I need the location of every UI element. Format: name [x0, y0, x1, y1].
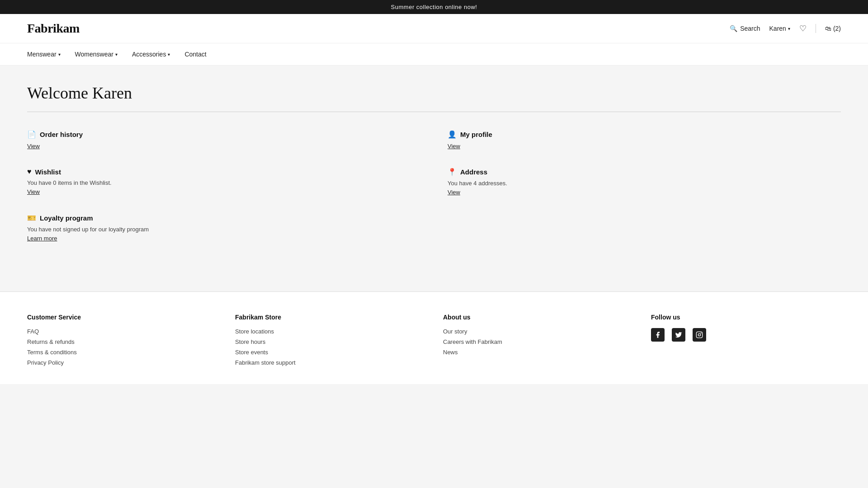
nav-item-womenswear[interactable]: Womenswear ▾ — [75, 43, 118, 65]
svg-rect-0 — [696, 332, 702, 338]
nav-label-contact: Contact — [184, 51, 206, 58]
footer-link-faq[interactable]: FAQ — [27, 328, 217, 335]
chevron-down-icon: ▾ — [788, 26, 790, 31]
banner-text: Summer collection online now! — [391, 4, 477, 10]
main-content: Welcome Karen 📄 Order history View 👤 My … — [0, 66, 868, 291]
twitter-icon[interactable] — [672, 328, 685, 342]
nav-label-womenswear: Womenswear — [75, 51, 113, 58]
address-icon: 📍 — [448, 168, 457, 176]
account-sections: 📄 Order history View 👤 My profile View ♥… — [27, 130, 841, 242]
header-divider — [816, 24, 816, 33]
instagram-icon[interactable] — [693, 328, 706, 342]
footer-link-careers[interactable]: Careers with Fabrikam — [443, 338, 633, 345]
loyalty-text: You have not signed up for our loyalty p… — [27, 226, 420, 233]
my-profile-label: My profile — [460, 131, 492, 138]
footer-grid: Customer Service FAQ Returns & refunds T… — [27, 314, 841, 370]
wishlist-icon: ♥ — [27, 168, 32, 176]
wishlist-label: Wishlist — [35, 168, 61, 176]
my-profile-title: 👤 My profile — [448, 130, 841, 139]
order-history-icon: 📄 — [27, 130, 36, 139]
order-history-label: Order history — [40, 131, 83, 138]
footer-col-customer-service: Customer Service FAQ Returns & refunds T… — [27, 314, 217, 370]
content-divider — [27, 112, 841, 112]
footer-link-our-story[interactable]: Our story — [443, 328, 633, 335]
address-label: Address — [460, 168, 487, 176]
chevron-down-icon: ▾ — [115, 52, 118, 57]
profile-icon: 👤 — [448, 130, 457, 139]
nav-item-accessories[interactable]: Accessories ▾ — [132, 43, 170, 65]
wishlist-button[interactable]: ♡ — [799, 23, 807, 33]
nav-label-menswear: Menswear — [27, 51, 57, 58]
cart-button[interactable]: 🛍 (2) — [825, 25, 841, 32]
nav-item-menswear[interactable]: Menswear ▾ — [27, 43, 61, 65]
wishlist-title: ♥ Wishlist — [27, 168, 420, 176]
wishlist-text: You have 0 items in the Wishlist. — [27, 179, 420, 186]
footer-link-returns[interactable]: Returns & refunds — [27, 338, 217, 345]
footer-link-store-locations[interactable]: Store locations — [235, 328, 425, 335]
search-icon: 🔍 — [730, 25, 737, 32]
footer-customer-service-title: Customer Service — [27, 314, 217, 321]
wishlist-section: ♥ Wishlist You have 0 items in the Wishl… — [27, 168, 420, 196]
order-history-title: 📄 Order history — [27, 130, 420, 139]
address-view-link[interactable]: View — [448, 189, 460, 196]
header: Fabrikam 🔍 Search Karen ▾ ♡ 🛍 (2) — [0, 14, 868, 43]
footer-col-about: About us Our story Careers with Fabrikam… — [443, 314, 633, 370]
loyalty-label: Loyalty program — [40, 214, 93, 222]
loyalty-learn-more-link[interactable]: Learn more — [27, 235, 57, 242]
loyalty-title: 🎫 Loyalty program — [27, 214, 420, 222]
search-label: Search — [740, 25, 760, 32]
svg-point-1 — [698, 333, 700, 336]
cart-count: (2) — [833, 25, 841, 32]
nav-item-contact[interactable]: Contact — [184, 43, 206, 65]
header-actions: 🔍 Search Karen ▾ ♡ 🛍 (2) — [730, 23, 841, 33]
user-menu[interactable]: Karen ▾ — [769, 25, 790, 32]
footer-store-title: Fabrikam Store — [235, 314, 425, 321]
footer-link-news[interactable]: News — [443, 349, 633, 356]
wishlist-view-link[interactable]: View — [27, 188, 40, 195]
cart-icon: 🛍 — [825, 25, 831, 32]
footer-col-social: Follow us — [651, 314, 841, 370]
footer-about-title: About us — [443, 314, 633, 321]
footer-link-store-events[interactable]: Store events — [235, 349, 425, 356]
address-section: 📍 Address You have 4 addresses. View — [448, 168, 841, 196]
footer-social-title: Follow us — [651, 314, 841, 321]
heart-icon: ♡ — [799, 24, 807, 33]
search-button[interactable]: 🔍 Search — [730, 25, 760, 32]
main-nav: Menswear ▾ Womenswear ▾ Accessories ▾ Co… — [0, 43, 868, 66]
welcome-title: Welcome Karen — [27, 84, 841, 103]
footer-col-store: Fabrikam Store Store locations Store hou… — [235, 314, 425, 370]
my-profile-view-link[interactable]: View — [448, 143, 460, 150]
logo[interactable]: Fabrikam — [27, 21, 80, 36]
nav-label-accessories: Accessories — [132, 51, 166, 58]
loyalty-icon: 🎫 — [27, 214, 36, 222]
footer-link-store-hours[interactable]: Store hours — [235, 338, 425, 345]
footer-link-terms[interactable]: Terms & conditions — [27, 349, 217, 356]
my-profile-section: 👤 My profile View — [448, 130, 841, 150]
loyalty-section: 🎫 Loyalty program You have not signed up… — [27, 214, 420, 242]
order-history-section: 📄 Order history View — [27, 130, 420, 150]
footer-link-store-support[interactable]: Fabrikam store support — [235, 359, 425, 366]
svg-point-2 — [701, 333, 702, 333]
chevron-down-icon: ▾ — [58, 52, 61, 57]
order-history-view-link[interactable]: View — [27, 143, 40, 150]
address-text: You have 4 addresses. — [448, 180, 841, 187]
top-banner: Summer collection online now! — [0, 0, 868, 14]
address-title: 📍 Address — [448, 168, 841, 176]
footer-link-privacy[interactable]: Privacy Policy — [27, 359, 217, 366]
social-icons — [651, 328, 841, 342]
chevron-down-icon: ▾ — [168, 52, 170, 57]
facebook-icon[interactable] — [651, 328, 665, 342]
user-name: Karen — [769, 25, 786, 32]
footer: Customer Service FAQ Returns & refunds T… — [0, 291, 868, 384]
